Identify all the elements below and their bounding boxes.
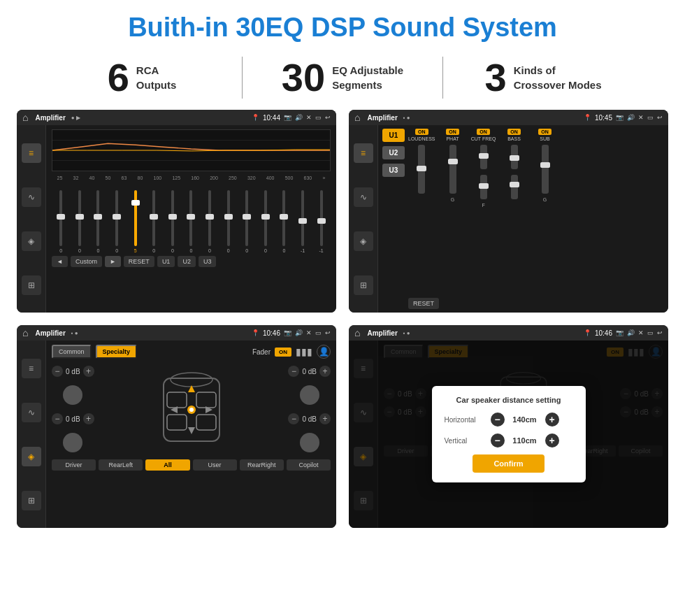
dsp-sidebar-speaker-icon[interactable]: ◈	[354, 231, 373, 251]
dsp-sidebar-eq-icon[interactable]: ≡	[354, 143, 373, 163]
eq-sidebar-speaker-icon[interactable]: ◈	[22, 231, 41, 251]
dialog-vertical-minus[interactable]: −	[491, 434, 505, 447]
eq-slider-2[interactable]: 0	[93, 190, 103, 253]
status-bar-3: ⌂ Amplifier ▪ ● 📍 10:46 📷 🔊 ✕ ▭ ↩	[17, 325, 336, 341]
eq-slider-1[interactable]: 0	[75, 190, 85, 253]
speaker-plus-right-1[interactable]: +	[319, 366, 331, 377]
dialog-horizontal-minus[interactable]: −	[491, 413, 505, 427]
home-icon-3[interactable]: ⌂	[22, 327, 28, 338]
phat-on-badge[interactable]: ON	[446, 129, 459, 135]
cutfreq-on-badge[interactable]: ON	[477, 129, 490, 135]
amplifier-title-2: Amplifier	[367, 114, 397, 122]
speaker-plus-right-2[interactable]: +	[319, 413, 331, 424]
bass-slider-f[interactable]	[511, 145, 518, 169]
speaker-plus-left-1[interactable]: +	[83, 366, 94, 377]
fader-on-badge[interactable]: ON	[275, 348, 291, 357]
dsp-loudness: ON LOUDNESS	[408, 129, 435, 208]
loudness-on-badge[interactable]: ON	[415, 129, 428, 135]
fader-tab-common[interactable]: Common	[52, 345, 92, 359]
eq-slider-12[interactable]: 0	[279, 190, 289, 253]
speaker-minus-left-1[interactable]: −	[52, 366, 63, 377]
dsp-preset-u1[interactable]: U1	[382, 129, 405, 142]
eq-slider-13[interactable]: -1	[298, 190, 308, 253]
phat-value: G	[451, 197, 454, 202]
speaker-minus-left-2[interactable]: −	[52, 413, 63, 424]
eq-prev-button[interactable]: ◄	[52, 256, 68, 267]
fader-sidebar-speaker-icon[interactable]: ◈	[22, 447, 41, 466]
eq-slider-11[interactable]: 0	[261, 190, 271, 253]
fader-sidebar-volume-icon[interactable]: ⊞	[22, 491, 41, 510]
eq-sidebar-wave-icon[interactable]: ∿	[22, 187, 41, 207]
eq-slider-3[interactable]: 0	[112, 190, 122, 253]
eq-sidebar-eq-icon[interactable]: ≡	[22, 143, 41, 163]
home-icon-2[interactable]: ⌂	[354, 112, 360, 123]
eq-play-button[interactable]: ►	[105, 256, 121, 267]
dsp-preset-u3[interactable]: U3	[382, 164, 405, 177]
speaker-plus-left-2[interactable]: +	[83, 413, 94, 424]
home-icon-1[interactable]: ⌂	[22, 112, 28, 123]
status-dots-4: ▪ ●	[403, 330, 410, 336]
page-container: Buith-in 30EQ DSP Sound System 6 RCAOutp…	[0, 0, 685, 535]
eq-slider-6[interactable]: 0	[168, 190, 178, 253]
dialog-confirm-button[interactable]: Confirm	[473, 454, 544, 473]
eq-freq-labels: 253240 506380 100125160 200250320 400500…	[52, 176, 331, 180]
back-icon-3[interactable]: ↩	[325, 329, 331, 336]
speaker-db-row-right-2: − 0 dB +	[288, 413, 331, 424]
eq-sidebar-volume-icon[interactable]: ⊞	[22, 275, 41, 295]
window-icon-4: ▭	[647, 329, 654, 336]
fader-sidebar-eq-icon[interactable]: ≡	[22, 359, 41, 378]
eq-custom-button[interactable]: Custom	[71, 256, 102, 267]
fader-btn-rearright[interactable]: RearRight	[240, 459, 284, 471]
speaker-minus-right-2[interactable]: −	[288, 413, 299, 424]
back-icon-2[interactable]: ↩	[657, 114, 663, 121]
eq-slider-4[interactable]: 5	[131, 190, 140, 253]
fader-btn-driver[interactable]: Driver	[52, 459, 96, 471]
status-bar-4: ⌂ Amplifier ▪ ● 📍 10:46 📷 🔊 ✕ ▭ ↩	[349, 325, 668, 341]
dsp-sidebar-wave-icon[interactable]: ∿	[354, 187, 373, 207]
loudness-label: LOUDNESS	[408, 136, 435, 141]
eq-slider-7[interactable]: 0	[186, 190, 196, 253]
dialog-horizontal-plus[interactable]: +	[545, 413, 559, 427]
eq-slider-5[interactable]: 0	[149, 190, 159, 253]
sub-slider[interactable]	[542, 145, 549, 194]
eq-slider-9[interactable]: 0	[224, 190, 233, 253]
eq-u3-button[interactable]: U3	[199, 256, 217, 267]
phat-slider[interactable]	[449, 145, 456, 194]
back-icon-1[interactable]: ↩	[325, 114, 331, 121]
loudness-slider[interactable]	[418, 145, 425, 194]
eq-reset-button[interactable]: RESET	[124, 256, 154, 267]
fader-btn-user[interactable]: User	[193, 459, 237, 471]
dsp-sidebar-volume-icon[interactable]: ⊞	[354, 275, 373, 295]
fader-bottom-bar: Driver RearLeft All User RearRight Copil…	[52, 459, 331, 471]
bass-slider-g[interactable]	[511, 175, 518, 199]
eq-slider-14[interactable]: -1	[317, 190, 326, 253]
fader-tab-specialty[interactable]: Specialty	[96, 345, 138, 359]
dsp-left-sidebar: ≡ ∿ ◈ ⊞	[349, 125, 378, 313]
screen2-body: ≡ ∿ ◈ ⊞ U1 U2 U3 ON	[349, 125, 668, 313]
bass-on-badge[interactable]: ON	[507, 129, 521, 135]
fader-btn-all[interactable]: All	[145, 459, 189, 471]
home-icon-4[interactable]: ⌂	[354, 327, 360, 338]
speaker-minus-right-1[interactable]: −	[288, 366, 299, 377]
fader-slider-bars[interactable]: ▮▮▮	[296, 346, 312, 357]
dsp-reset-button[interactable]: RESET	[408, 298, 439, 309]
cutfreq-slider-f[interactable]	[480, 145, 487, 169]
fader-sidebar-wave-icon[interactable]: ∿	[22, 403, 41, 422]
cutfreq-slider-g[interactable]	[480, 175, 487, 199]
back-icon-4[interactable]: ↩	[657, 329, 663, 336]
eq-slider-0[interactable]: 0	[56, 190, 66, 253]
eq-slider-10[interactable]: 0	[242, 190, 252, 253]
fader-btn-rearleft[interactable]: RearLeft	[99, 459, 143, 471]
eq-u2-button[interactable]: U2	[178, 256, 196, 267]
dsp-preset-u2[interactable]: U2	[382, 146, 405, 159]
stats-row: 6 RCAOutputs 30 EQ AdjustableSegments 3 …	[0, 50, 685, 110]
eq-u1-button[interactable]: U1	[157, 256, 175, 267]
status-time-2: 10:45	[595, 114, 612, 122]
fader-profile-icon[interactable]: 👤	[317, 345, 331, 359]
dialog-vertical-plus[interactable]: +	[545, 434, 559, 447]
eq-slider-8[interactable]: 0	[205, 190, 215, 253]
fader-btn-copilot[interactable]: Copilot	[287, 459, 331, 471]
dsp-phat: ON PHAT G	[440, 129, 466, 208]
sub-on-badge[interactable]: ON	[538, 129, 551, 135]
eq-sliders: 0 0 0 0 5 0 0 0 0 0 0 0 0 -1 -1	[52, 183, 331, 253]
